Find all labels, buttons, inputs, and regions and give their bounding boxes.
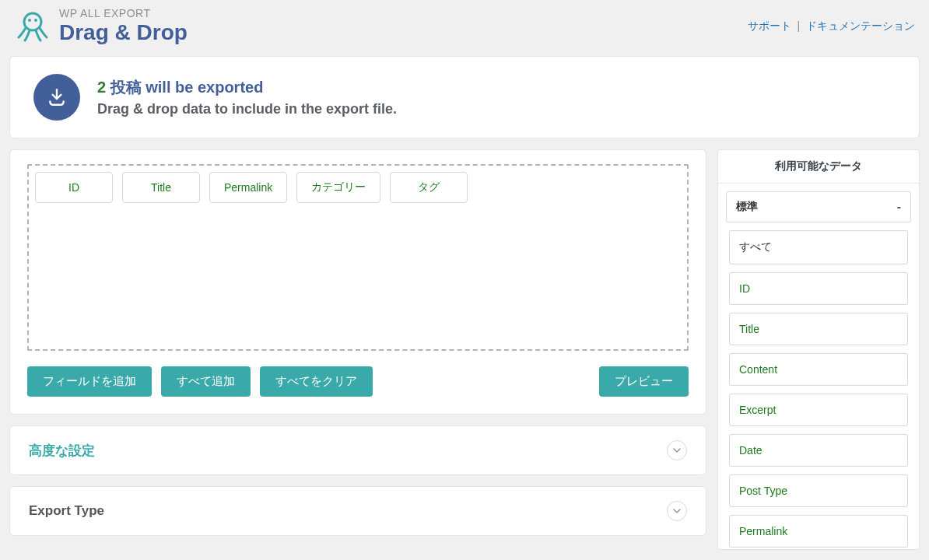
field-chip[interactable]: Title [122, 172, 200, 203]
export-type-accordion[interactable]: Export Type [9, 486, 706, 536]
field-chip[interactable]: タグ [390, 172, 468, 203]
available-field-item[interactable]: Excerpt [729, 394, 908, 426]
link-separator: | [794, 19, 803, 32]
field-dropzone[interactable]: IDTitlePermalinkカテゴリータグ [27, 164, 689, 351]
export-count: 2 [97, 79, 106, 96]
summary-panel: 2 投稿 will be exported Drag & drop data t… [9, 56, 920, 138]
plugin-name: WP ALL EXPORT [59, 8, 188, 19]
support-link[interactable]: サポート [748, 19, 791, 32]
button-spacer [382, 366, 590, 397]
data-group-header[interactable]: 標準- [726, 191, 911, 222]
advanced-settings-accordion[interactable]: 高度な設定 [9, 425, 706, 475]
available-field-item[interactable]: ID [729, 272, 908, 305]
available-data-panel: 利用可能なデータ 標準-すべてIDTitleContentExcerptDate… [717, 149, 920, 550]
available-data-title: 利用可能なデータ [718, 150, 919, 184]
summary-subtitle: Drag & drop data to include in the expor… [97, 101, 397, 117]
available-field-item[interactable]: Date [729, 434, 908, 467]
data-group-items: すべてIDTitleContentExcerptDatePost TypePer… [726, 230, 911, 549]
page-title: Drag & Drop [59, 21, 188, 45]
chevron-down-icon [667, 501, 687, 521]
header-links: サポート | ドキュメンテーション [748, 19, 915, 33]
clear-all-button[interactable]: すべてをクリア [260, 366, 373, 397]
field-chip[interactable]: Permalink [209, 172, 287, 203]
chevron-down-icon [667, 440, 687, 460]
download-icon [47, 87, 67, 107]
add-field-button[interactable]: フィールドを追加 [27, 366, 152, 397]
header-titles: WP ALL EXPORT Drag & Drop [59, 8, 188, 45]
add-all-button[interactable]: すべて追加 [161, 366, 251, 397]
advanced-settings-title: 高度な設定 [29, 442, 95, 460]
available-field-item[interactable]: すべて [729, 230, 908, 264]
field-chip[interactable]: ID [35, 172, 113, 203]
available-field-item[interactable]: Content [729, 353, 908, 386]
svg-point-1 [28, 19, 31, 22]
builder-button-row: フィールドを追加 すべて追加 すべてをクリア プレビュー [27, 366, 689, 397]
builder-panel: IDTitlePermalinkカテゴリータグ フィールドを追加 すべて追加 す… [9, 149, 706, 415]
collapse-icon: - [897, 200, 901, 214]
available-field-item[interactable]: Title [729, 313, 908, 345]
summary-text: 2 投稿 will be exported Drag & drop data t… [97, 77, 397, 117]
page-header: WP ALL EXPORT Drag & Drop サポート | ドキュメンテー… [0, 0, 929, 56]
available-data-body[interactable]: 標準-すべてIDTitleContentExcerptDatePost Type… [718, 184, 919, 549]
preview-button[interactable]: プレビュー [599, 366, 689, 397]
summary-line1: 2 投稿 will be exported [97, 77, 397, 98]
available-field-item[interactable]: Post Type [729, 474, 908, 507]
svg-point-2 [34, 19, 37, 22]
octopus-logo-icon [14, 8, 51, 45]
header-left: WP ALL EXPORT Drag & Drop [14, 8, 188, 45]
export-suffix: will be exported [145, 79, 263, 96]
download-circle-icon [33, 74, 80, 121]
export-type-title: Export Type [29, 503, 104, 519]
data-group-label: 標準 [736, 200, 758, 214]
documentation-link[interactable]: ドキュメンテーション [806, 19, 915, 32]
export-entity: 投稿 [110, 79, 142, 96]
available-field-item[interactable]: Permalink [729, 515, 908, 548]
field-chip[interactable]: カテゴリー [296, 172, 380, 203]
